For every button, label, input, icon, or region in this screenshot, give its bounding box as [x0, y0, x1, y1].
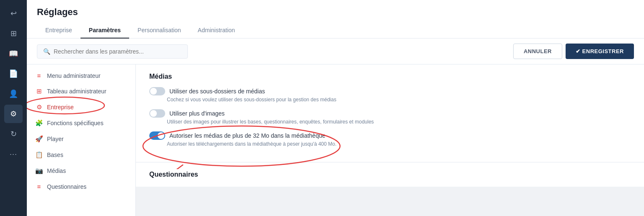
desc-sous-dossiers: Cochez si vous voulez utiliser des sous-…: [167, 97, 631, 103]
toggle-sous-dossiers[interactable]: [149, 87, 165, 95]
desc-plus-images: Utiliser des images pour illustrer les b…: [167, 119, 631, 125]
menu-admin-icon: ≡: [35, 72, 43, 79]
fonctions-icon: 🧩: [35, 119, 43, 127]
nav-label-menu-admin: Menu administrateur: [47, 72, 101, 79]
nav-item-fonctions-specifiques[interactable]: 🧩 Fonctions spécifiques: [27, 115, 135, 131]
main-content: Réglages Entreprise Paramètres Personnal…: [27, 0, 644, 216]
page-title: Réglages: [37, 7, 634, 18]
medias-icon: 📷: [35, 167, 43, 175]
search-icon: 🔍: [43, 48, 50, 55]
label-plus-images: Utiliser plus d'images: [169, 110, 225, 117]
sidebar-grid-icon[interactable]: ⊞: [4, 24, 23, 43]
player-icon: 🚀: [35, 135, 43, 143]
nav-label-tableau-admin: Tableau administrateur: [47, 88, 106, 95]
setting-sous-dossiers: Utiliser des sous-dossiers de médias Coc…: [149, 87, 631, 103]
nav-item-menu-admin[interactable]: ≡ Menu administrateur: [27, 68, 135, 83]
nav-item-bases[interactable]: 📋 Bases: [27, 147, 135, 163]
sidebar-back-icon[interactable]: ↩: [4, 4, 23, 23]
right-panel: Médias Utiliser des sous-dossiers de méd…: [136, 64, 644, 216]
sidebar-more-icon[interactable]: ···: [4, 145, 23, 163]
nav-item-medias[interactable]: 📷 Médias: [27, 163, 135, 179]
sidebar-refresh-icon[interactable]: ↻: [4, 125, 23, 143]
cancel-button[interactable]: ANNULER: [513, 44, 562, 59]
nav-item-tableau-admin[interactable]: ⊞ Tableau administrateur: [27, 83, 135, 99]
tab-administration[interactable]: Administration: [190, 23, 244, 39]
sidebar-user-icon[interactable]: 👤: [4, 85, 23, 103]
toolbar: 🔍 ANNULER ✔ ENREGISTRER: [27, 39, 644, 64]
nav-item-entreprise[interactable]: ⚙ Entreprise: [27, 99, 135, 115]
sidebar-doc-icon[interactable]: 📄: [4, 64, 23, 83]
nav-item-player[interactable]: 🚀 Player: [27, 131, 135, 147]
toolbar-actions: ANNULER ✔ ENREGISTRER: [513, 44, 634, 59]
setting-autoriser-medias: Autoriser les médias de plus de 32 Mo da…: [149, 131, 631, 147]
label-sous-dossiers: Utiliser des sous-dossiers de médias: [169, 88, 265, 95]
desc-autoriser-medias: Autoriser les téléchargements dans la mé…: [167, 141, 631, 147]
questionnaire-title: Questionnaires: [149, 171, 631, 178]
nav-label-bases: Bases: [47, 152, 63, 158]
header: Réglages Entreprise Paramètres Personnal…: [27, 0, 644, 39]
tab-personnalisation[interactable]: Personnalisation: [129, 23, 190, 39]
questionnaires-nav-icon: ≡: [35, 183, 43, 190]
sidebar-book-icon[interactable]: 📖: [4, 44, 23, 63]
questionnaire-section: Questionnaires: [136, 162, 644, 187]
nav-label-entreprise: Entreprise: [47, 104, 74, 111]
nav-item-questionnaires[interactable]: ≡ Questionnaires: [27, 179, 135, 194]
setting-plus-images: Utiliser plus d'images Utiliser des imag…: [149, 109, 631, 125]
nav-label-questionnaires: Questionnaires: [47, 183, 86, 190]
save-button[interactable]: ✔ ENREGISTRER: [566, 44, 634, 59]
tabs-nav: Entreprise Paramètres Personnalisation A…: [37, 23, 634, 38]
content-area: ≡ Menu administrateur ⊞ Tableau administ…: [27, 64, 644, 216]
bases-icon: 📋: [35, 151, 43, 159]
tab-parametres[interactable]: Paramètres: [80, 23, 129, 39]
tab-entreprise[interactable]: Entreprise: [37, 23, 80, 39]
nav-label-fonctions: Fonctions spécifiques: [47, 120, 104, 126]
sidebar: ↩ ⊞ 📖 📄 👤 ⚙ ↻ ···: [0, 0, 27, 216]
toggle-autoriser-medias[interactable]: [149, 131, 165, 140]
nav-label-medias: Médias: [47, 167, 66, 174]
toggle-plus-images[interactable]: [149, 109, 165, 118]
medias-section: Médias Utiliser des sous-dossiers de méd…: [136, 64, 644, 162]
left-nav: ≡ Menu administrateur ⊞ Tableau administ…: [27, 64, 136, 216]
search-box[interactable]: 🔍: [37, 44, 188, 59]
sidebar-settings-icon[interactable]: ⚙: [4, 105, 23, 123]
nav-label-player: Player: [47, 136, 64, 142]
label-autoriser-medias: Autoriser les médias de plus de 32 Mo da…: [169, 132, 325, 139]
entreprise-icon: ⚙: [35, 103, 43, 111]
medias-section-title: Médias: [149, 73, 631, 80]
search-input[interactable]: [54, 48, 182, 55]
tableau-admin-icon: ⊞: [35, 87, 43, 95]
